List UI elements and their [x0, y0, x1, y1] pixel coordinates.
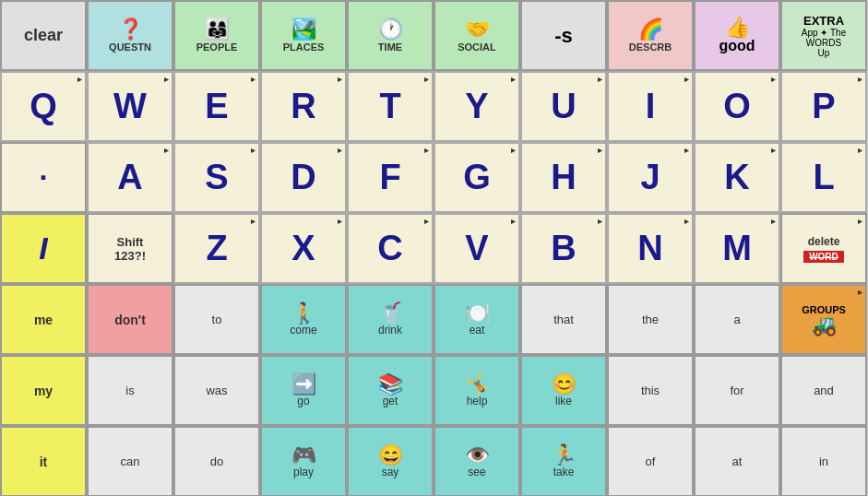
key-s[interactable]: ▸S [173, 142, 260, 213]
key-v[interactable]: ▸V [434, 213, 520, 284]
word-a[interactable]: a [694, 284, 780, 355]
suffix-label: -s [554, 24, 573, 48]
word-to[interactable]: to [173, 284, 260, 355]
word-for[interactable]: for [694, 355, 780, 426]
key-c[interactable]: ▸C [347, 213, 434, 284]
word-help[interactable]: 🤸 help [434, 355, 520, 426]
time-button[interactable]: 🕐 TIME [347, 0, 434, 71]
key-m[interactable]: ▸M [694, 213, 780, 284]
extra-sub: App ✦ TheWORDSUp [802, 28, 846, 58]
key-n[interactable]: ▸N [607, 213, 694, 284]
word-was[interactable]: was [173, 355, 260, 426]
take-icon: 🏃 [552, 445, 577, 466]
key-o[interactable]: ▸O [694, 71, 780, 142]
word-the[interactable]: the [607, 284, 694, 355]
get-label: get [383, 395, 398, 407]
key-l[interactable]: ▸L [780, 142, 867, 213]
delete-label: delete [808, 235, 840, 248]
questn-button[interactable]: ❓ QUESTN [87, 0, 173, 71]
key-i-pronoun[interactable]: I [0, 213, 87, 284]
play-label: play [293, 466, 314, 478]
key-b[interactable]: ▸B [520, 213, 607, 284]
good-label: good [719, 38, 755, 54]
come-label: come [290, 324, 316, 337]
key-h[interactable]: ▸H [520, 142, 607, 213]
descrip-icon: 🌈 [638, 19, 663, 40]
key-r[interactable]: ▸R [260, 71, 347, 142]
word-can[interactable]: can [87, 426, 173, 496]
key-j[interactable]: ▸J [607, 142, 694, 213]
drink-label: drink [378, 324, 402, 337]
word-like[interactable]: 😊 like [520, 355, 607, 426]
key-f[interactable]: ▸F [347, 142, 434, 213]
key-u[interactable]: ▸U [520, 71, 607, 142]
word-go[interactable]: ➡️ go [260, 355, 347, 426]
delete-button[interactable]: delete WORD ▸ [780, 213, 867, 284]
time-icon: 🕐 [378, 19, 403, 40]
say-icon: 😄 [378, 445, 403, 466]
see-icon: 👁️ [465, 445, 490, 466]
places-label: PLACES [283, 41, 325, 53]
shift-button[interactable]: Shift123?! [87, 213, 173, 284]
groups-button[interactable]: GROUPS 🚜 ▸ [780, 284, 867, 355]
word-me[interactable]: me [0, 284, 87, 355]
good-icon: 👍 [725, 18, 750, 38]
key-k[interactable]: ▸K [694, 142, 780, 213]
key-t[interactable]: ▸T [347, 71, 434, 142]
places-button[interactable]: 🏞️ PLACES [260, 0, 347, 71]
clear-label: clear [24, 26, 63, 45]
descrip-button[interactable]: 🌈 DESCRB [607, 0, 694, 71]
like-label: like [555, 395, 572, 407]
word-at[interactable]: at [694, 426, 780, 496]
go-icon: ➡️ [291, 374, 316, 395]
word-is[interactable]: is [87, 355, 173, 426]
word-my[interactable]: my [0, 355, 87, 426]
word-drink[interactable]: 🥤 drink [347, 284, 434, 355]
word-play[interactable]: 🎮 play [260, 426, 347, 496]
get-icon: 📚 [378, 374, 403, 395]
key-i[interactable]: ▸I [607, 71, 694, 142]
go-label: go [297, 395, 309, 407]
word-and[interactable]: and [780, 355, 867, 426]
suffix-button[interactable]: -s [520, 0, 607, 71]
word-this[interactable]: this [607, 355, 694, 426]
key-w[interactable]: ▸W [87, 71, 173, 142]
word-that[interactable]: that [520, 284, 607, 355]
key-q[interactable]: ▸Q [0, 71, 87, 142]
word-dont[interactable]: don't [87, 284, 173, 355]
say-label: say [382, 466, 399, 478]
time-label: TIME [378, 41, 402, 53]
drink-icon: 🥤 [378, 303, 403, 324]
see-label: see [468, 466, 485, 478]
questn-label: QUESTN [109, 41, 151, 53]
eat-icon: 🍽️ [465, 303, 490, 324]
word-it[interactable]: it [0, 426, 87, 496]
key-p[interactable]: ▸P [780, 71, 867, 142]
word-get[interactable]: 📚 get [347, 355, 434, 426]
key-z[interactable]: ▸Z [173, 213, 260, 284]
key-d[interactable]: ▸D [260, 142, 347, 213]
word-come[interactable]: 🚶 come [260, 284, 347, 355]
good-button[interactable]: 👍 good [694, 0, 780, 71]
key-dot[interactable]: · [0, 142, 87, 213]
extra-label: EXTRA [803, 14, 844, 28]
word-in[interactable]: in [780, 426, 867, 496]
word-do[interactable]: do [173, 426, 260, 496]
word-eat[interactable]: 🍽️ eat [434, 284, 520, 355]
word-say[interactable]: 😄 say [347, 426, 434, 496]
people-button[interactable]: 👨‍👩‍👧 PEOPLE [173, 0, 260, 71]
key-g[interactable]: ▸G [434, 142, 520, 213]
word-of[interactable]: of [607, 426, 694, 496]
like-icon: 😊 [552, 374, 577, 395]
word-take[interactable]: 🏃 take [520, 426, 607, 496]
descrip-label: DESCRB [629, 41, 672, 53]
key-e[interactable]: ▸E [173, 71, 260, 142]
key-x[interactable]: ▸X [260, 213, 347, 284]
key-a[interactable]: ▸A [87, 142, 173, 213]
social-button[interactable]: 🤝 SOCIAL [434, 0, 520, 71]
shift-label: Shift123?! [114, 235, 146, 263]
key-y[interactable]: ▸Y [434, 71, 520, 142]
word-see[interactable]: 👁️ see [434, 426, 520, 496]
extra-button[interactable]: EXTRA App ✦ TheWORDSUp [780, 0, 867, 71]
clear-button[interactable]: clear [0, 0, 87, 71]
